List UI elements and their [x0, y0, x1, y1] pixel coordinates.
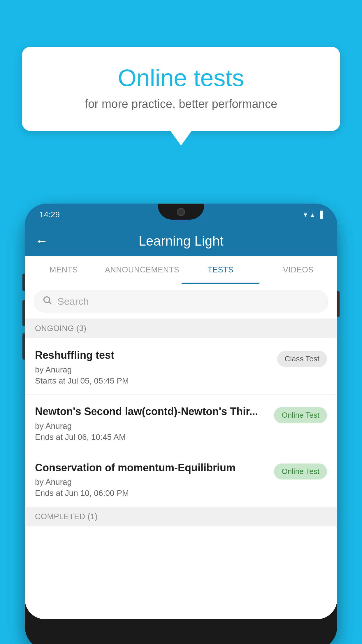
- svg-line-1: [49, 302, 51, 304]
- phone-screen: ← Learning Light MENTS ANNOUNCEMENTS TES…: [25, 225, 337, 619]
- search-bar: Search: [25, 284, 337, 319]
- test-name: Newton's Second law(contd)-Newton's Thir…: [35, 405, 268, 419]
- test-author: by Anurag: [35, 477, 268, 487]
- test-info: Conservation of momentum-Equilibrium by …: [35, 461, 268, 498]
- test-item[interactable]: Newton's Second law(contd)-Newton's Thir…: [25, 395, 337, 451]
- test-item[interactable]: Conservation of momentum-Equilibrium by …: [25, 451, 337, 507]
- search-input-wrap[interactable]: Search: [34, 290, 328, 313]
- test-badge: Online Test: [274, 407, 327, 423]
- test-info: Reshuffling test by Anurag Starts at Jul…: [35, 349, 271, 386]
- front-camera: [177, 208, 185, 216]
- signal-icon: ▴: [311, 211, 314, 219]
- volume-up-button: [22, 300, 25, 326]
- tab-tests[interactable]: TESTS: [182, 256, 259, 284]
- test-author: by Anurag: [35, 421, 268, 431]
- back-button[interactable]: ←: [35, 233, 48, 249]
- test-time: Ends at Jul 06, 10:45 AM: [35, 433, 268, 442]
- ongoing-section-header: ONGOING (3): [25, 319, 337, 338]
- bubble-title: Online tests: [45, 64, 317, 92]
- volume-down-button: [22, 333, 25, 360]
- test-name: Conservation of momentum-Equilibrium: [35, 461, 268, 475]
- tab-announcements[interactable]: ANNOUNCEMENTS: [103, 256, 182, 284]
- completed-section-header: COMPLETED (1): [25, 507, 337, 526]
- test-badge: Class Test: [277, 351, 327, 367]
- test-item[interactable]: Reshuffling test by Anurag Starts at Jul…: [25, 338, 337, 395]
- tabs-bar: MENTS ANNOUNCEMENTS TESTS VIDEOS: [25, 256, 337, 284]
- mute-button: [22, 274, 25, 291]
- test-time: Ends at Jun 10, 06:00 PM: [35, 489, 268, 498]
- app-title: Learning Light: [57, 233, 305, 249]
- phone-inner: ← Learning Light MENTS ANNOUNCEMENTS TES…: [25, 225, 337, 619]
- phone-notch: [158, 204, 204, 220]
- test-name: Reshuffling test: [35, 349, 271, 362]
- search-icon: [42, 295, 52, 307]
- status-icons: ▾ ▴ ▐: [304, 211, 323, 219]
- test-info: Newton's Second law(contd)-Newton's Thir…: [35, 405, 268, 442]
- status-bar: 14:29 ▾ ▴ ▐: [25, 204, 337, 225]
- tab-videos[interactable]: VIDEOS: [259, 256, 337, 284]
- promo-bubble: Online tests for more practice, better p…: [22, 47, 340, 131]
- test-author: by Anurag: [35, 365, 271, 374]
- app-bar: ← Learning Light: [25, 225, 337, 256]
- test-badge: Online Test: [274, 463, 327, 480]
- phone-frame: 14:29 ▾ ▴ ▐ ← Learning Light MENTS ANNOU…: [25, 204, 337, 644]
- tab-ments[interactable]: MENTS: [25, 256, 103, 284]
- test-time: Starts at Jul 05, 05:45 PM: [35, 376, 271, 386]
- bubble-subtitle: for more practice, better performance: [45, 97, 317, 111]
- search-placeholder: Search: [57, 296, 89, 307]
- power-button: [337, 291, 340, 317]
- wifi-icon: ▾: [304, 211, 307, 219]
- status-time: 14:29: [39, 210, 60, 219]
- battery-icon: ▐: [318, 211, 323, 219]
